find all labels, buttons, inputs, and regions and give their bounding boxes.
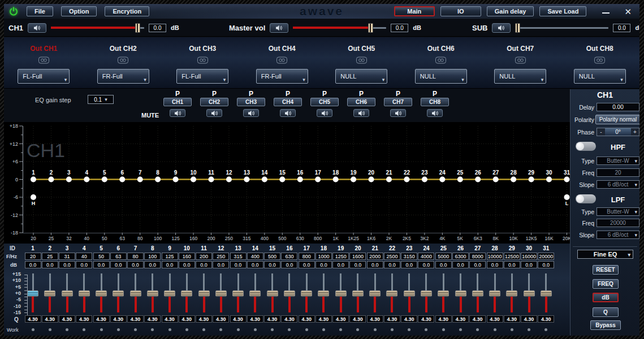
band-db-field-2[interactable]: 0.0: [42, 261, 58, 268]
band-freq-field-29[interactable]: 12500: [504, 253, 520, 260]
band-db-field-18[interactable]: 0.0: [315, 261, 332, 268]
band-db-field-14[interactable]: 0.0: [247, 261, 263, 268]
band-db-field-12[interactable]: 0.0: [213, 261, 229, 268]
band-slider-handle-14[interactable]: [249, 290, 261, 297]
band-slider-handle-15[interactable]: [267, 290, 278, 297]
band-freq-field-31[interactable]: 20000: [538, 253, 554, 260]
channel-select-button-ch7[interactable]: CH7: [384, 98, 412, 106]
band-q-field-7[interactable]: 4.30: [127, 315, 144, 323]
band-slider-handle-20[interactable]: [352, 290, 364, 297]
band-slider-handle-31[interactable]: [541, 290, 552, 297]
output-mode-select[interactable]: FL-Full▾: [18, 69, 70, 84]
band-q-field-9[interactable]: 4.30: [162, 315, 178, 323]
ch1-volume-slider[interactable]: [51, 27, 144, 29]
band-q-field-6[interactable]: 4.30: [110, 315, 127, 323]
output-mode-select[interactable]: NULL▾: [335, 69, 387, 84]
output-mode-select[interactable]: FL-Full▾: [176, 69, 228, 84]
out-channel-label[interactable]: Out CH5: [348, 45, 375, 53]
freq-mode-button[interactable]: FREQ: [593, 279, 619, 289]
eq-gain-step-select[interactable]: 0.1 ▾: [88, 95, 114, 104]
eq-band-dot-19[interactable]: [351, 177, 356, 182]
band-slider-handle-19[interactable]: [335, 290, 347, 297]
band-freq-field-24[interactable]: 4000: [418, 253, 434, 260]
out-channel-label[interactable]: Out CH1: [30, 45, 57, 53]
band-db-field-6[interactable]: 0.0: [110, 261, 127, 268]
band-db-field-15[interactable]: 0.0: [264, 261, 280, 268]
eq-band-dot-8[interactable]: [155, 177, 161, 182]
output-mode-select[interactable]: NULL▾: [574, 69, 626, 84]
band-db-field-30[interactable]: 0.0: [521, 261, 537, 268]
hpf-toggle[interactable]: [576, 142, 596, 151]
eq-band-dot-27[interactable]: [493, 177, 499, 182]
eq-band-dot-14[interactable]: [262, 177, 267, 182]
eq-band-dot-26[interactable]: [475, 177, 481, 182]
band-freq-field-14[interactable]: 400: [247, 253, 263, 260]
sub-mute-button[interactable]: [492, 23, 511, 33]
band-q-field-22[interactable]: 4.30: [384, 315, 400, 323]
band-q-field-17[interactable]: 4.30: [299, 315, 315, 323]
band-freq-field-27[interactable]: 8000: [469, 253, 486, 260]
band-q-field-19[interactable]: 4.30: [332, 315, 349, 323]
band-db-field-8[interactable]: 0.0: [144, 261, 161, 268]
eq-band-dot-6[interactable]: [119, 177, 125, 182]
band-db-field-27[interactable]: 0.0: [469, 261, 486, 268]
eq-band-dot-31[interactable]: [564, 177, 570, 182]
band-db-field-26[interactable]: 0.0: [452, 261, 469, 268]
band-q-field-15[interactable]: 4.30: [264, 315, 280, 323]
eq-band-dot-23[interactable]: [422, 177, 427, 182]
band-q-field-2[interactable]: 4.30: [42, 315, 58, 323]
ch1-volume-value[interactable]: 0.0: [149, 24, 166, 32]
eq-band-dot-15[interactable]: [279, 177, 285, 182]
band-db-field-5[interactable]: 0.0: [93, 261, 110, 268]
band-freq-field-23[interactable]: 3150: [401, 253, 417, 260]
band-freq-field-8[interactable]: 100: [144, 253, 161, 260]
band-slider-handle-21[interactable]: [369, 290, 381, 297]
eq-band-dot-22[interactable]: [404, 177, 409, 182]
band-q-field-3[interactable]: 4.30: [59, 315, 75, 323]
band-slider-handle-27[interactable]: [472, 290, 483, 297]
eq-band-dot-13[interactable]: [244, 177, 249, 182]
channel-select-button-ch2[interactable]: CH2: [200, 98, 228, 106]
lpf-freq-field[interactable]: 20000: [597, 219, 639, 227]
band-q-field-5[interactable]: 4.30: [93, 315, 110, 323]
band-q-field-30[interactable]: 4.30: [521, 315, 537, 323]
output-mode-select[interactable]: FR-Full▾: [97, 69, 149, 84]
eq-band-dot-2[interactable]: [48, 177, 54, 182]
eq-band-dot-29[interactable]: [529, 177, 534, 182]
band-q-field-4[interactable]: 4.30: [76, 315, 92, 323]
band-slider-handle-1[interactable]: [27, 290, 38, 297]
eq-band-dot-17[interactable]: [315, 177, 321, 182]
output-mode-select[interactable]: NULL▾: [415, 69, 467, 84]
band-db-field-7[interactable]: 0.0: [127, 261, 144, 268]
band-db-field-10[interactable]: 0.0: [179, 261, 195, 268]
eq-band-dot-4[interactable]: [84, 177, 89, 182]
band-db-field-11[interactable]: 0.0: [196, 261, 212, 268]
channel-select-button-ch4[interactable]: CH4: [274, 98, 302, 106]
q-mode-button[interactable]: Q: [593, 307, 619, 317]
band-freq-field-15[interactable]: 500: [264, 253, 280, 260]
channel-select-button-ch5[interactable]: CH5: [310, 98, 339, 106]
link-icon[interactable]: [594, 56, 605, 64]
band-db-field-25[interactable]: 0.0: [435, 261, 452, 268]
delay-value-field[interactable]: 0.00: [597, 103, 639, 111]
channel-select-button-ch6[interactable]: CH6: [347, 98, 375, 106]
band-db-field-19[interactable]: 0.0: [332, 261, 349, 268]
band-q-field-12[interactable]: 4.30: [213, 315, 229, 323]
band-freq-field-12[interactable]: 250: [213, 253, 229, 260]
band-freq-field-13[interactable]: 315: [230, 253, 247, 260]
band-freq-field-20[interactable]: 1600: [349, 253, 366, 260]
band-db-field-1[interactable]: 0.0: [25, 261, 41, 268]
band-slider-handle-30[interactable]: [524, 290, 535, 297]
band-db-field-4[interactable]: 0.0: [76, 261, 92, 268]
band-q-field-24[interactable]: 4.30: [418, 315, 434, 323]
eq-band-dot-1[interactable]: [31, 177, 36, 182]
band-freq-field-21[interactable]: 2000: [367, 253, 383, 260]
band-q-field-25[interactable]: 4.30: [435, 315, 452, 323]
band-freq-field-3[interactable]: 31: [59, 253, 75, 260]
band-slider-handle-6[interactable]: [113, 290, 124, 297]
channel-select-button-ch3[interactable]: CH3: [237, 98, 265, 106]
band-db-field-17[interactable]: 0.0: [299, 261, 315, 268]
volume-slider-handle[interactable]: [135, 23, 140, 33]
volume-slider-handle[interactable]: [515, 23, 520, 33]
band-db-field-31[interactable]: 0.0: [538, 261, 554, 268]
